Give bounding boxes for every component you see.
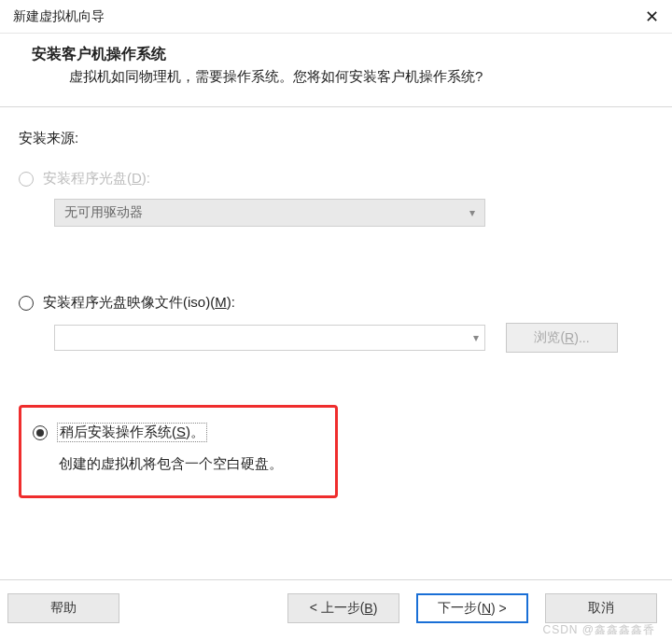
- footer-right-buttons: < 上一步(B) 下一步(N) > 取消: [287, 593, 657, 623]
- option-iso-hotkey: M: [215, 294, 227, 310]
- option-iso-label-pre: 安装程序光盘映像文件(iso)(: [43, 294, 215, 310]
- back-button[interactable]: < 上一步(B): [287, 593, 399, 623]
- browse-button: 浏览(R)...: [506, 323, 618, 353]
- chevron-down-icon: ▾: [469, 206, 475, 219]
- option-disc-label-post: ):: [142, 170, 150, 186]
- next-label-pre: 下一步(: [438, 600, 482, 617]
- option-disc: 安装程序光盘(D):: [19, 170, 653, 188]
- close-icon[interactable]: ✕: [645, 7, 659, 27]
- wizard-heading: 安装客户机操作系统: [32, 45, 640, 64]
- next-hotkey: N: [482, 601, 491, 616]
- option-disc-label: 安装程序光盘(D):: [43, 170, 150, 188]
- option-later-highlight: 稍后安装操作系统(S)。 创建的虚拟机将包含一个空白硬盘。: [19, 405, 338, 498]
- option-later-label-post: )。: [186, 424, 204, 439]
- iso-input-row: ▾ 浏览(R)...: [54, 323, 653, 353]
- radio-disc: [19, 172, 34, 187]
- help-button[interactable]: 帮助: [7, 593, 119, 623]
- radio-iso[interactable]: [19, 296, 34, 311]
- option-later[interactable]: 稍后安装操作系统(S)。: [33, 423, 324, 442]
- next-button[interactable]: 下一步(N) >: [416, 593, 528, 623]
- disc-drive-value: 无可用驱动器: [64, 204, 143, 221]
- radio-later[interactable]: [33, 425, 48, 440]
- back-label-post: ): [373, 601, 378, 616]
- disc-drive-select: 无可用驱动器 ▾: [54, 199, 485, 227]
- back-label-pre: < 上一步(: [310, 600, 365, 617]
- install-source-label: 安装来源:: [19, 130, 653, 147]
- next-label-post: ) >: [491, 601, 507, 616]
- browse-label-post: )...: [574, 330, 589, 345]
- wizard-subheading: 虚拟机如同物理机，需要操作系统。您将如何安装客户机操作系统?: [32, 68, 640, 86]
- chevron-down-icon[interactable]: ▾: [473, 331, 479, 344]
- option-iso-label-post: ):: [227, 294, 235, 310]
- back-hotkey: B: [364, 601, 372, 616]
- option-later-label: 稍后安装操作系统(S)。: [57, 423, 207, 442]
- option-disc-hotkey: D: [132, 170, 142, 186]
- option-iso[interactable]: 安装程序光盘映像文件(iso)(M):: [19, 294, 653, 312]
- titlebar: 新建虚拟机向导 ✕: [0, 0, 672, 34]
- cancel-button[interactable]: 取消: [545, 593, 657, 623]
- wizard-footer: 帮助 < 上一步(B) 下一步(N) > 取消: [0, 579, 672, 623]
- wizard-body: 安装来源: 安装程序光盘(D): 无可用驱动器 ▾ 安装程序光盘映像文件(iso…: [0, 107, 672, 498]
- browse-hotkey: R: [565, 330, 574, 345]
- watermark: CSDN @鑫鑫鑫鑫香: [542, 622, 655, 638]
- iso-path-combo[interactable]: ▾: [54, 325, 485, 351]
- wizard-header: 安装客户机操作系统 虚拟机如同物理机，需要操作系统。您将如何安装客户机操作系统?: [0, 34, 672, 107]
- browse-label-pre: 浏览(: [534, 329, 565, 346]
- option-later-hotkey: S: [176, 424, 186, 439]
- option-iso-label: 安装程序光盘映像文件(iso)(M):: [43, 294, 235, 312]
- option-later-label-pre: 稍后安装操作系统(: [60, 424, 176, 439]
- option-later-desc: 创建的虚拟机将包含一个空白硬盘。: [59, 455, 324, 473]
- window-title: 新建虚拟机向导: [13, 8, 105, 25]
- option-disc-label-pre: 安装程序光盘(: [43, 170, 132, 186]
